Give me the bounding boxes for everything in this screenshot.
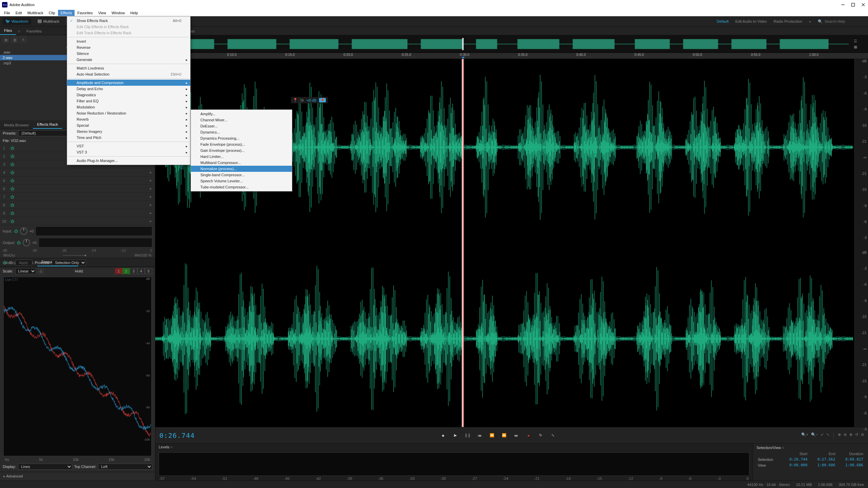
import-file-icon[interactable]: ⎘ <box>20 37 26 43</box>
time-ruler[interactable]: 0:05.00:10.00:15.00:20.00:25.00:30.00:35… <box>155 53 868 59</box>
menu-clip[interactable]: Clip <box>46 10 58 16</box>
zoom-sel-icon[interactable]: ⤡ <box>826 432 829 439</box>
effects-menu-dropdown[interactable]: Show Effects RackAlt+0Edit Clip Effects … <box>67 16 191 165</box>
effect-slot[interactable]: 10⏻▸ <box>0 217 155 225</box>
record-button[interactable]: ● <box>525 432 532 439</box>
zoom-full-icon[interactable]: ⤢ <box>821 432 824 439</box>
workspace-radio-production[interactable]: Radio Production <box>773 19 802 23</box>
menu-item[interactable]: Audio Plug-In Manager... <box>67 158 190 164</box>
menu-effects[interactable]: Effects <box>58 10 75 16</box>
menu-item[interactable]: Auto Heal SelectionCtrl+U <box>67 71 190 77</box>
hold-slot-3[interactable]: 3 <box>130 268 137 274</box>
skip-silence-button[interactable]: ⤡ <box>549 432 557 439</box>
view-end[interactable]: 1:00.686 <box>809 462 836 468</box>
menu-item[interactable]: Show Effects RackAlt+0 <box>67 18 190 24</box>
menu-item[interactable]: VST 3 <box>67 149 190 155</box>
menu-item[interactable]: Special <box>67 122 190 128</box>
menu-edit[interactable]: Edit <box>13 10 25 16</box>
hold-slot-2[interactable]: 2 <box>122 268 130 274</box>
rack-power-icon[interactable]: ⏻ <box>3 261 6 265</box>
effect-slot[interactable]: 7⏻▸ <box>0 193 155 201</box>
submenu-item[interactable]: Dynamics Processing... <box>191 135 292 141</box>
menu-favorites[interactable]: Favorites <box>75 10 95 16</box>
submenu-item[interactable]: Amplify... <box>191 111 292 117</box>
overview-bar[interactable]: ☰ ▦ <box>155 35 868 53</box>
rack-list-icon[interactable]: ☰ <box>9 261 13 265</box>
menu-item[interactable]: Delay and Echo <box>67 86 190 92</box>
view-start[interactable]: 0:00.000 <box>781 462 809 468</box>
scale-select[interactable]: Linear <box>15 268 36 274</box>
hud-pin2-icon[interactable]: 📌 <box>319 98 326 102</box>
new-file-icon[interactable]: ▤ <box>3 37 9 43</box>
menu-item[interactable]: Filter and EQ <box>67 98 190 104</box>
menu-multitrack[interactable]: Multitrack <box>25 10 46 16</box>
menu-item[interactable]: Match Loudness <box>67 65 190 71</box>
menu-item[interactable]: Silence <box>67 50 190 57</box>
tab-favorites[interactable]: Favorites <box>22 27 46 35</box>
overview-grid-icon[interactable]: ▦ <box>854 45 867 49</box>
menu-item[interactable]: Noise Reduction / Restoration <box>67 110 190 116</box>
menu-item[interactable]: Time and Pitch <box>67 135 190 141</box>
submenu-item[interactable]: DeEsser... <box>191 123 292 129</box>
workspace-edit-audio-to-video[interactable]: Edit Audio to Video <box>735 19 767 23</box>
window-close-button[interactable] <box>861 2 866 7</box>
selection-end[interactable]: 0:27.562 <box>809 456 836 462</box>
menu-item[interactable]: Reverb <box>67 116 190 122</box>
fast-forward-button[interactable]: ⏩ <box>500 432 508 439</box>
zoom-in-time-icon[interactable]: ⊕ <box>838 432 841 439</box>
submenu-item[interactable]: Multiband Compressor... <box>191 160 292 166</box>
process-scope-select[interactable]: Selection Only <box>52 260 86 266</box>
hud-pin-icon[interactable]: 📍 <box>293 98 298 102</box>
pause-button[interactable]: ❚❚ <box>464 432 471 439</box>
zoom-in-amp-icon[interactable]: ⊗ <box>849 432 852 439</box>
play-button[interactable]: ▶ <box>452 432 459 439</box>
submenu-item[interactable]: Gain Envelope (process)... <box>191 147 292 154</box>
workspace-more-button[interactable]: » <box>809 19 811 23</box>
advanced-toggle[interactable]: Advanced <box>0 472 155 481</box>
submenu-item[interactable]: Speech Volume Leveler... <box>191 178 292 184</box>
go-to-end-button[interactable]: ⏭ <box>513 432 520 439</box>
selection-duration[interactable]: 0:00.817 <box>837 456 865 462</box>
workspace-default[interactable]: Default <box>717 19 729 23</box>
effect-slot[interactable]: 9⏻▸ <box>0 209 155 217</box>
output-gain-knob[interactable] <box>23 239 30 246</box>
menu-item[interactable]: Stereo Imagery <box>67 128 190 135</box>
display-select[interactable]: Lines <box>18 464 72 470</box>
menu-item[interactable]: Diagnostics <box>67 92 190 98</box>
amplitude-compression-submenu[interactable]: Amplify...Channel Mixer...DeEsser...Dyna… <box>191 109 292 191</box>
selection-start[interactable]: 0:26.744 <box>781 456 809 462</box>
view-duration[interactable]: 1:00.686 <box>837 462 865 468</box>
menu-help[interactable]: Help <box>127 10 141 16</box>
timecode-display[interactable]: 0:26.744 <box>159 431 195 440</box>
tab-files-menu-icon[interactable]: ≡ <box>16 27 22 35</box>
menu-item[interactable]: Generate <box>67 57 190 63</box>
loop-button[interactable]: ↻ <box>537 432 545 439</box>
search-help-input[interactable] <box>825 19 865 23</box>
tab-files[interactable]: Files <box>0 27 16 35</box>
zoom-out-amp-icon[interactable]: ⊘ <box>861 432 864 439</box>
hold-slot-1[interactable]: 1 <box>115 268 122 274</box>
waveform-mode-button[interactable]: Waveform <box>3 18 31 25</box>
effect-slot[interactable]: 8⏻▸ <box>0 201 155 209</box>
input-power-icon[interactable]: ⏻ <box>14 229 18 233</box>
submenu-item[interactable]: Fade Envelope (process)... <box>191 141 292 147</box>
menu-window[interactable]: Window <box>109 10 127 16</box>
tab-effects-rack[interactable]: Effects Rack <box>33 121 62 129</box>
submenu-item[interactable]: Hard Limiter... <box>191 154 292 160</box>
effect-slot[interactable]: 5⏻▸ <box>0 177 155 185</box>
submenu-item[interactable]: Tube-modeled Compressor... <box>191 184 292 190</box>
menu-item[interactable]: Invert <box>67 38 190 44</box>
submenu-item[interactable]: Dynamics... <box>191 129 292 135</box>
open-file-icon[interactable]: ▥ <box>12 37 18 43</box>
go-to-start-button[interactable]: ⏮ <box>476 432 484 439</box>
submenu-item[interactable]: Channel Mixer... <box>191 117 292 123</box>
playhead[interactable] <box>463 59 463 427</box>
window-maximize-button[interactable] <box>850 2 856 7</box>
menu-item[interactable]: Amplitude and Compression <box>67 80 190 86</box>
multitrack-mode-button[interactable]: Multitrack <box>35 18 62 25</box>
zoom-in-icon[interactable]: 🔍+ <box>801 432 808 439</box>
submenu-item[interactable]: Single-band Compressor... <box>191 172 292 178</box>
zoom-out-icon[interactable]: 🔍− <box>811 432 818 439</box>
overview-menu-icon[interactable]: ☰ <box>854 39 867 43</box>
stop-button[interactable]: ■ <box>439 432 447 439</box>
